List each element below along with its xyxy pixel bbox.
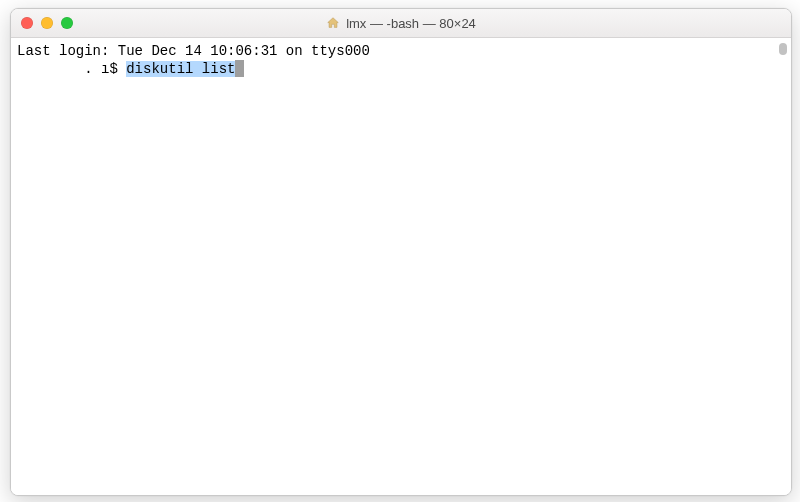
- window-title-text: lmx — -bash — 80×24: [346, 16, 476, 31]
- window-controls: [11, 17, 73, 29]
- titlebar[interactable]: lmx — -bash — 80×24: [11, 9, 791, 38]
- command-text: diskutil list: [126, 61, 235, 77]
- terminal-content[interactable]: Last login: Tue Dec 14 10:06:31 on ttys0…: [11, 38, 791, 495]
- minimize-icon[interactable]: [41, 17, 53, 29]
- scrollbar-thumb[interactable]: [779, 43, 787, 55]
- login-line: Last login: Tue Dec 14 10:06:31 on ttys0…: [17, 42, 785, 60]
- zoom-icon[interactable]: [61, 17, 73, 29]
- prompt-line: . ı$ diskutil list: [17, 60, 785, 78]
- terminal-window: lmx — -bash — 80×24 Last login: Tue Dec …: [10, 8, 792, 496]
- close-icon[interactable]: [21, 17, 33, 29]
- scrollbar[interactable]: [775, 37, 791, 495]
- prompt-prefix: . ı$: [17, 61, 126, 77]
- cursor: [235, 60, 244, 77]
- window-title: lmx — -bash — 80×24: [11, 16, 791, 31]
- home-icon: [326, 16, 340, 30]
